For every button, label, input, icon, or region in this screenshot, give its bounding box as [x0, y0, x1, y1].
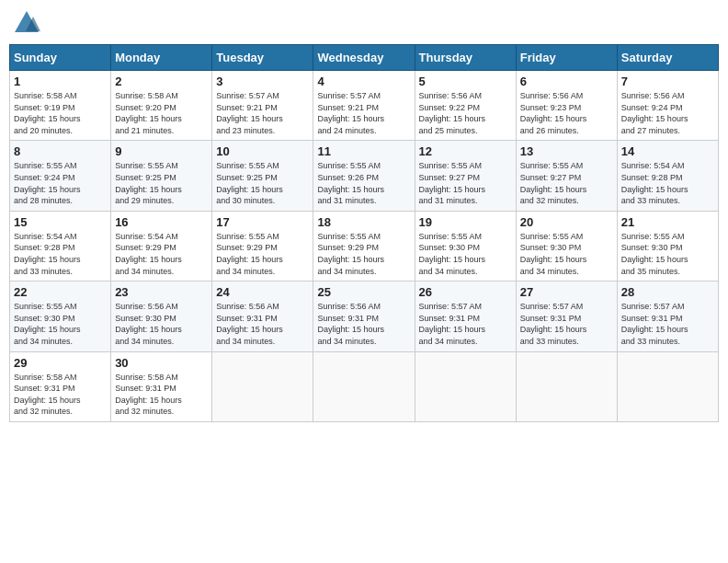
- calendar-cell: 20Sunrise: 5:55 AMSunset: 9:30 PMDayligh…: [516, 211, 617, 281]
- day-number: 12: [419, 144, 512, 158]
- day-info: Sunrise: 5:58 AMSunset: 9:31 PMDaylight:…: [115, 373, 182, 417]
- day-number: 11: [317, 144, 410, 158]
- calendar-cell: 3Sunrise: 5:57 AMSunset: 9:21 PMDaylight…: [212, 71, 313, 141]
- day-number: 9: [115, 144, 208, 158]
- calendar-cell: 8Sunrise: 5:55 AMSunset: 9:24 PMDaylight…: [10, 141, 111, 211]
- day-info: Sunrise: 5:57 AMSunset: 9:31 PMDaylight:…: [621, 302, 688, 346]
- day-number: 30: [115, 356, 208, 370]
- calendar-cell: 9Sunrise: 5:55 AMSunset: 9:25 PMDaylight…: [111, 141, 212, 211]
- calendar-cell: [516, 351, 617, 421]
- day-info: Sunrise: 5:56 AMSunset: 9:24 PMDaylight:…: [621, 91, 688, 135]
- day-info: Sunrise: 5:54 AMSunset: 9:28 PMDaylight:…: [14, 232, 81, 276]
- day-number: 14: [621, 144, 714, 158]
- day-info: Sunrise: 5:58 AMSunset: 9:19 PMDaylight:…: [14, 91, 81, 135]
- calendar-cell: 23Sunrise: 5:56 AMSunset: 9:30 PMDayligh…: [111, 282, 212, 351]
- calendar-cell: [313, 351, 415, 421]
- calendar-cell: 18Sunrise: 5:55 AMSunset: 9:29 PMDayligh…: [313, 211, 415, 281]
- day-number: 10: [216, 144, 309, 158]
- calendar-cell: 1Sunrise: 5:58 AMSunset: 9:19 PMDaylight…: [10, 71, 111, 141]
- day-number: 8: [14, 144, 107, 158]
- day-number: 25: [317, 285, 410, 299]
- day-number: 18: [317, 215, 410, 229]
- weekday-header-monday: Monday: [111, 45, 212, 71]
- weekday-header-wednesday: Wednesday: [313, 45, 415, 71]
- page-header: [9, 9, 719, 37]
- day-info: Sunrise: 5:55 AMSunset: 9:30 PMDaylight:…: [621, 232, 688, 276]
- day-info: Sunrise: 5:55 AMSunset: 9:24 PMDaylight:…: [14, 161, 81, 205]
- day-info: Sunrise: 5:56 AMSunset: 9:31 PMDaylight:…: [317, 302, 384, 346]
- day-info: Sunrise: 5:56 AMSunset: 9:23 PMDaylight:…: [520, 91, 587, 135]
- calendar-cell: 19Sunrise: 5:55 AMSunset: 9:30 PMDayligh…: [415, 211, 516, 281]
- weekday-header-friday: Friday: [516, 45, 617, 71]
- day-info: Sunrise: 5:56 AMSunset: 9:22 PMDaylight:…: [419, 91, 486, 135]
- calendar-cell: 30Sunrise: 5:58 AMSunset: 9:31 PMDayligh…: [111, 351, 212, 421]
- logo: [13, 9, 44, 37]
- day-info: Sunrise: 5:56 AMSunset: 9:31 PMDaylight:…: [216, 302, 283, 346]
- calendar-cell: 6Sunrise: 5:56 AMSunset: 9:23 PMDaylight…: [516, 71, 617, 141]
- calendar-cell: 5Sunrise: 5:56 AMSunset: 9:22 PMDaylight…: [415, 71, 516, 141]
- day-number: 20: [520, 215, 613, 229]
- day-info: Sunrise: 5:56 AMSunset: 9:30 PMDaylight:…: [115, 302, 182, 346]
- calendar-week-row: 22Sunrise: 5:55 AMSunset: 9:30 PMDayligh…: [10, 282, 719, 351]
- day-number: 22: [14, 285, 107, 299]
- calendar-cell: 27Sunrise: 5:57 AMSunset: 9:31 PMDayligh…: [516, 282, 617, 351]
- day-info: Sunrise: 5:57 AMSunset: 9:21 PMDaylight:…: [216, 91, 283, 135]
- calendar-cell: 14Sunrise: 5:54 AMSunset: 9:28 PMDayligh…: [617, 141, 718, 211]
- day-number: 13: [520, 144, 613, 158]
- day-info: Sunrise: 5:55 AMSunset: 9:30 PMDaylight:…: [14, 302, 81, 346]
- day-number: 2: [115, 75, 208, 88]
- day-number: 1: [14, 75, 107, 88]
- calendar-cell: 4Sunrise: 5:57 AMSunset: 9:21 PMDaylight…: [313, 71, 415, 141]
- day-number: 23: [115, 285, 208, 299]
- day-number: 26: [419, 285, 512, 299]
- day-info: Sunrise: 5:55 AMSunset: 9:27 PMDaylight:…: [419, 161, 486, 205]
- day-number: 21: [621, 215, 714, 229]
- weekday-header-row: SundayMondayTuesdayWednesdayThursdayFrid…: [10, 45, 719, 71]
- day-info: Sunrise: 5:55 AMSunset: 9:30 PMDaylight:…: [419, 232, 486, 276]
- day-number: 28: [621, 285, 714, 299]
- day-number: 3: [216, 75, 309, 88]
- calendar-week-row: 8Sunrise: 5:55 AMSunset: 9:24 PMDaylight…: [10, 141, 719, 211]
- calendar-cell: 22Sunrise: 5:55 AMSunset: 9:30 PMDayligh…: [10, 282, 111, 351]
- calendar-cell: 17Sunrise: 5:55 AMSunset: 9:29 PMDayligh…: [212, 211, 313, 281]
- calendar-cell: [415, 351, 516, 421]
- day-number: 15: [14, 215, 107, 229]
- day-number: 17: [216, 215, 309, 229]
- calendar-cell: 15Sunrise: 5:54 AMSunset: 9:28 PMDayligh…: [10, 211, 111, 281]
- day-info: Sunrise: 5:55 AMSunset: 9:29 PMDaylight:…: [216, 232, 283, 276]
- day-info: Sunrise: 5:54 AMSunset: 9:28 PMDaylight:…: [621, 161, 688, 205]
- day-info: Sunrise: 5:55 AMSunset: 9:27 PMDaylight:…: [520, 161, 587, 205]
- calendar-cell: 26Sunrise: 5:57 AMSunset: 9:31 PMDayligh…: [415, 282, 516, 351]
- day-number: 27: [520, 285, 613, 299]
- calendar-week-row: 15Sunrise: 5:54 AMSunset: 9:28 PMDayligh…: [10, 211, 719, 281]
- weekday-header-tuesday: Tuesday: [212, 45, 313, 71]
- calendar-cell: [617, 351, 718, 421]
- day-number: 7: [621, 75, 714, 88]
- day-info: Sunrise: 5:55 AMSunset: 9:26 PMDaylight:…: [317, 161, 384, 205]
- calendar-cell: 10Sunrise: 5:55 AMSunset: 9:25 PMDayligh…: [212, 141, 313, 211]
- calendar-cell: 13Sunrise: 5:55 AMSunset: 9:27 PMDayligh…: [516, 141, 617, 211]
- day-number: 29: [14, 356, 107, 370]
- day-number: 16: [115, 215, 208, 229]
- calendar-cell: 25Sunrise: 5:56 AMSunset: 9:31 PMDayligh…: [313, 282, 415, 351]
- day-number: 5: [419, 75, 512, 88]
- calendar-cell: [212, 351, 313, 421]
- day-info: Sunrise: 5:55 AMSunset: 9:30 PMDaylight:…: [520, 232, 587, 276]
- day-info: Sunrise: 5:55 AMSunset: 9:25 PMDaylight:…: [216, 161, 283, 205]
- day-info: Sunrise: 5:57 AMSunset: 9:31 PMDaylight:…: [520, 302, 587, 346]
- calendar-cell: 7Sunrise: 5:56 AMSunset: 9:24 PMDaylight…: [617, 71, 718, 141]
- weekday-header-thursday: Thursday: [415, 45, 516, 71]
- calendar-cell: 16Sunrise: 5:54 AMSunset: 9:29 PMDayligh…: [111, 211, 212, 281]
- calendar-cell: 28Sunrise: 5:57 AMSunset: 9:31 PMDayligh…: [617, 282, 718, 351]
- day-info: Sunrise: 5:54 AMSunset: 9:29 PMDaylight:…: [115, 232, 182, 276]
- day-info: Sunrise: 5:58 AMSunset: 9:20 PMDaylight:…: [115, 91, 182, 135]
- weekday-header-saturday: Saturday: [617, 45, 718, 71]
- calendar-cell: 2Sunrise: 5:58 AMSunset: 9:20 PMDaylight…: [111, 71, 212, 141]
- day-info: Sunrise: 5:58 AMSunset: 9:31 PMDaylight:…: [14, 373, 81, 417]
- day-number: 24: [216, 285, 309, 299]
- calendar-cell: 29Sunrise: 5:58 AMSunset: 9:31 PMDayligh…: [10, 351, 111, 421]
- day-number: 19: [419, 215, 512, 229]
- calendar-week-row: 29Sunrise: 5:58 AMSunset: 9:31 PMDayligh…: [10, 351, 719, 421]
- weekday-header-sunday: Sunday: [10, 45, 111, 71]
- logo-icon: [13, 9, 40, 37]
